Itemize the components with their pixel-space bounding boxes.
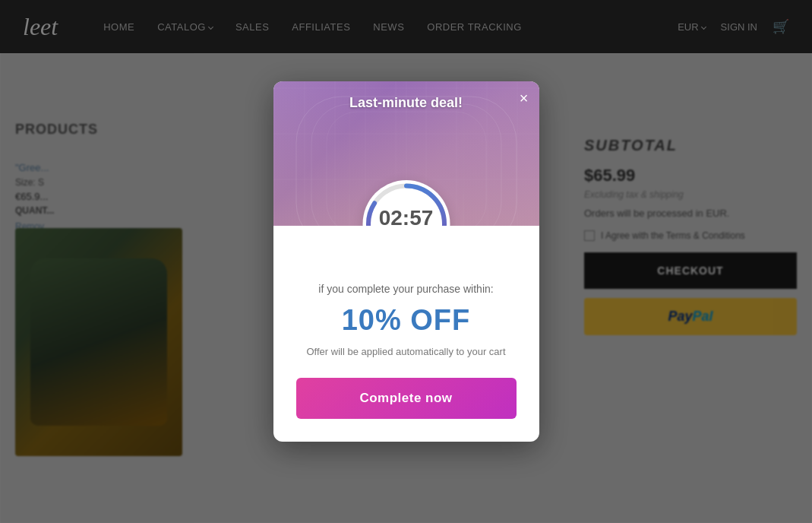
modal-offer-text: Offer will be applied automatically to y… [296,344,517,360]
timer-circle: 02:57 MINS [362,180,450,226]
modal-close-button[interactable]: × [520,90,529,106]
modal-overlay[interactable]: Last-minute deal! × [0,0,812,523]
modal-header: Last-minute deal! × [273,81,539,226]
modal-subtitle: if you complete your purchase within: [296,283,517,295]
deal-modal: Last-minute deal! × [273,81,539,442]
modal-body: if you complete your purchase within: 10… [273,226,539,442]
complete-now-button[interactable]: Complete now [296,378,517,419]
modal-header-title: Last-minute deal! [349,95,463,111]
timer-container: 02:57 MINS [362,180,450,226]
modal-discount: 10% OFF [296,304,517,337]
timer-time: 02:57 [379,208,434,226]
